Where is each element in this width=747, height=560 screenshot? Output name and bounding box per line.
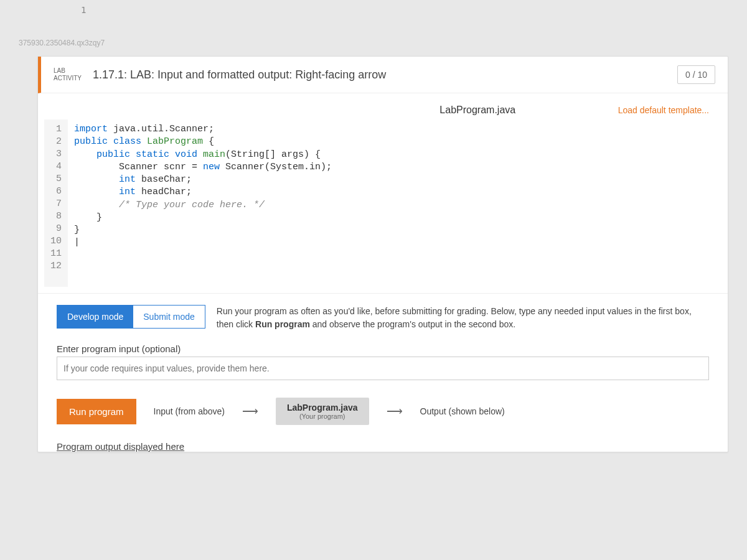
lab-badge-line1: LAB [54,67,82,75]
run-row: Run program Input (from above) ⟶ LabProg… [38,386,728,436]
line-num: 9 [50,223,62,235]
tab-develop-mode[interactable]: Develop mode [57,306,133,328]
line-num: 4 [50,161,62,173]
comment: /* Type your code here. */ [119,200,265,210]
filename-label: LabProgram.java [337,105,618,116]
code-text: (String[] args) { [225,149,321,160]
line-num: 7 [50,198,62,210]
score-box: 0 / 10 [677,65,715,84]
program-box: LabProgram.java (Your program) [276,398,369,425]
line-num: 2 [50,136,62,148]
run-program-button[interactable]: Run program [57,399,136,424]
classname: LabProgram [141,136,203,147]
kw: public static void [74,149,197,160]
line-num: 1 [50,123,62,136]
kw: public class [74,136,141,147]
line-num: 8 [50,210,62,223]
line-num: 6 [50,185,62,198]
code-text [74,200,119,210]
kw: int [74,187,136,197]
code-text: Scanner scnr = [74,162,203,172]
code-text: } [74,212,332,224]
kw: new [203,162,220,172]
mode-tabs: Develop mode Submit mode [57,305,205,329]
code-text: baseChar; [136,174,192,185]
input-section: Enter program input (optional) [38,337,728,386]
code-text: { [203,136,214,147]
code-editor[interactable]: 1 2 3 4 5 6 7 8 9 10 11 12 import java.u… [38,119,728,294]
lab-badge: LAB ACTIVITY [54,66,82,83]
line-num: 5 [50,173,62,185]
cursor: | [74,236,332,249]
desc-bold: Run program [255,319,310,329]
output-heading: Program output displayed here [38,436,728,452]
code-text: java.util.Scanner; [108,124,214,134]
method: main [197,149,225,160]
arrow-right-icon: ⟶ [242,404,258,418]
program-box-name: LabProgram.java [287,403,358,413]
desc-text: and observe the program's output in the … [310,319,515,329]
line-num: 11 [50,248,62,260]
kw: int [74,174,136,185]
mode-description: Run your program as often as you'd like,… [217,305,709,331]
card-header: LAB ACTIVITY 1.17.1: LAB: Input and form… [38,57,728,93]
mode-row: Develop mode Submit mode Run your progra… [38,294,728,337]
line-num: 3 [50,148,62,161]
code-content[interactable]: import java.util.Scanner;public class La… [68,119,338,287]
lab-title: 1.17.1: LAB: Input and formatted output:… [93,68,677,82]
load-default-template-link[interactable]: Load default template... [618,105,709,115]
code-text: Scanner(System.in); [220,162,332,172]
tab-submit-mode[interactable]: Submit mode [133,306,204,328]
kw: import [74,124,108,134]
line-num: 10 [50,235,62,248]
lab-activity-card: LAB ACTIVITY 1.17.1: LAB: Input and form… [37,56,728,452]
output-flow-label: Output (shown below) [420,406,505,416]
input-flow-label: Input (from above) [154,406,225,416]
program-input-field[interactable] [57,357,709,380]
program-box-desc: (Your program) [287,413,358,420]
line-gutter: 1 2 3 4 5 6 7 8 9 10 11 12 [44,119,68,287]
code-text: headChar; [136,187,192,197]
input-label: Enter program input (optional) [57,343,709,354]
editor-toolbar: LabProgram.java Load default template... [38,93,728,119]
page-number: 1 [81,5,86,15]
line-num: 12 [50,260,62,273]
arrow-right-icon: ⟶ [387,404,403,418]
code-text: } [74,224,332,236]
watermark-id: 375930.2350484.qx3zqy7 [19,39,105,47]
lab-badge-line2: ACTIVITY [54,75,82,82]
